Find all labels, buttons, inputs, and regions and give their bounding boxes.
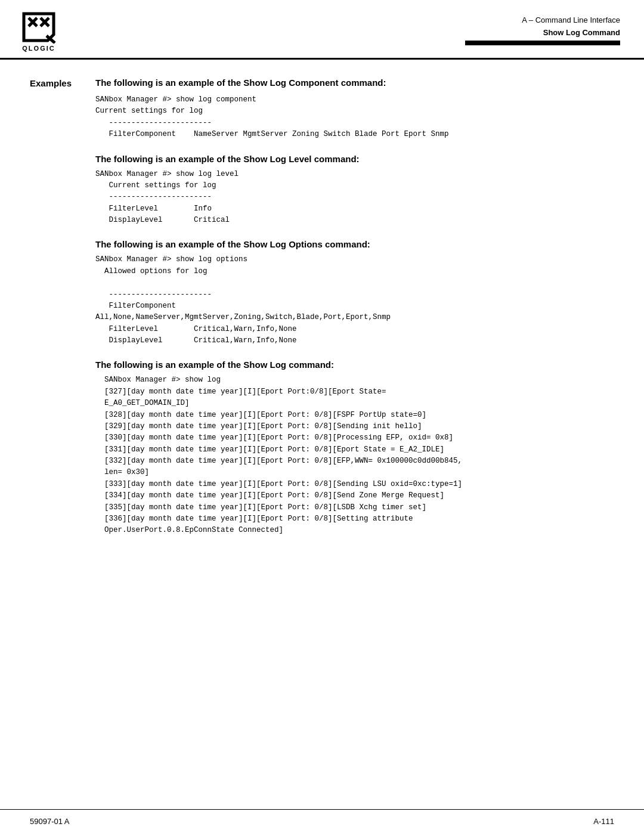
examples-row: Examples The following is an example of … [30,78,614,88]
chapter-title: A – Command Line Interface [465,14,620,27]
section-0-code: SANbox Manager #> show log component Cur… [95,94,614,141]
qlogic-logo-icon [18,11,60,44]
page-header: QLOGIC A – Command Line Interface Show L… [0,0,644,60]
section-2-heading: The following is an example of the Show … [95,239,614,249]
section-1-code: SANbox Manager #> show log level Current… [95,169,614,227]
section-2-code: SANbox Manager #> show log options Allow… [95,254,614,346]
section-0-heading: The following is an example of the Show … [95,78,386,88]
header-right: A – Command Line Interface Show Log Comm… [465,11,620,45]
logo-area: QLOGIC [18,11,60,52]
header-bar-decoration [465,41,620,45]
section-title: Show Log Command [465,27,620,39]
logo-label: QLOGIC [22,45,55,52]
footer-left: 59097-01 A [30,817,70,826]
footer-right: A-111 [593,817,614,826]
main-content: Examples The following is an example of … [0,60,644,575]
page-footer: 59097-01 A A-111 [0,809,644,833]
section-3-heading: The following is an example of the Show … [95,360,614,370]
section-3-code: SANbox Manager #> show log [327][day mon… [95,374,614,536]
section-1-heading: The following is an example of the Show … [95,154,614,164]
examples-label: Examples [30,78,95,88]
